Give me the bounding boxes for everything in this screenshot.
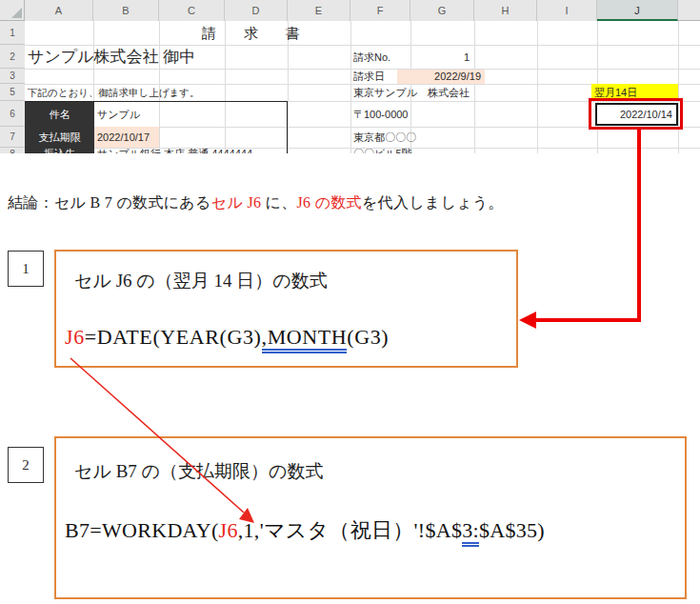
box2-formula: B7=WORKDAY(J6,1,'マスタ（祝日）'!$A$3:$A$35) xyxy=(65,516,545,545)
column-header-j-selected[interactable]: J xyxy=(597,0,678,21)
cell-a6-label[interactable]: 件名 xyxy=(25,102,94,127)
column-header-g[interactable]: G xyxy=(410,0,474,21)
cell-f5-sender[interactable]: 東京サンプル 株式会社 xyxy=(353,85,470,101)
row-header-2[interactable]: 2 xyxy=(0,45,25,69)
step-2-badge: 2 xyxy=(8,447,44,483)
box1-formula: J6=DATE(YEAR(G3),MONTH(G3) xyxy=(65,325,389,350)
cell-b8-bank[interactable]: サンプル銀行 本店 普通 4444444 xyxy=(97,148,252,153)
conclusion-text: 結論：セル B 7 の数式にあるセル J6 に、J6 の数式を代入しましょう。 xyxy=(8,193,504,213)
cell-a5-greeting[interactable]: 下記のとおり、御請求申し上げます。 xyxy=(28,85,199,101)
select-all-triangle-icon xyxy=(11,8,22,18)
arrow-j6-to-box1-line xyxy=(535,130,639,320)
box2-formula-part2: ,1,'マスタ（祝日）'!$A$ xyxy=(238,518,463,542)
gridline xyxy=(474,21,475,153)
conclusion-seg5: を代入しましょう。 xyxy=(362,194,504,211)
conclusion-seg1: 結論：セル B 7 の数式にある xyxy=(8,194,211,211)
step-1-box: セル J6 の（翌月 14 日）の数式 J6=DATE(YEAR(G3),MON… xyxy=(54,250,518,368)
box1-title: セル J6 の（翌月 14 日）の数式 xyxy=(74,269,328,293)
cell-a7-label[interactable]: 支払期限 xyxy=(25,127,94,148)
row-header-7[interactable]: 7 xyxy=(0,127,25,148)
gridline xyxy=(537,21,538,153)
cell-a2-company[interactable]: サンプル株式会社 御中 xyxy=(28,45,195,69)
cell-f2-label[interactable]: 請求No. xyxy=(353,47,390,68)
step-1-badge: 1 xyxy=(8,251,44,287)
select-all-corner[interactable] xyxy=(0,0,25,21)
column-header-f[interactable]: F xyxy=(350,0,410,21)
conclusion-seg2-red: セル J6 xyxy=(211,194,261,211)
column-header-a[interactable]: A xyxy=(25,0,93,21)
column-header-b[interactable]: B xyxy=(93,0,159,21)
gridline xyxy=(350,21,351,153)
cell-g3-invoice-date[interactable]: 2022/9/19 xyxy=(397,70,485,84)
column-header-i[interactable]: I xyxy=(537,0,597,21)
cell-f6-postal[interactable]: 〒100-0000 xyxy=(353,102,409,127)
cell-a8-label[interactable]: 振込先 xyxy=(25,148,94,153)
box2-title: セル B7 の（支払期限）の数式 xyxy=(74,459,323,484)
excel-tutorial-screenshot: A B C D E F G H I J 1 2 3 5 6 7 8 xyxy=(0,0,700,604)
box1-formula-underlined: ,MONTH xyxy=(262,325,348,353)
column-header-e[interactable]: E xyxy=(288,0,350,21)
conclusion-seg4-red: J6 の数式 xyxy=(297,194,362,211)
cell-invoice-title[interactable]: 請 求 書 xyxy=(159,21,350,45)
gridline xyxy=(678,21,679,153)
box1-formula-part1: =DATE(YEAR(G3) xyxy=(85,325,262,349)
cell-f3-label[interactable]: 請求日 xyxy=(353,70,385,84)
cell-f7-address[interactable]: 東京都〇〇〇 xyxy=(353,127,416,148)
column-header-d[interactable]: D xyxy=(225,0,288,21)
column-header-h[interactable]: H xyxy=(474,0,537,21)
column-header-c[interactable]: C xyxy=(159,0,225,21)
row-header-3[interactable]: 3 xyxy=(0,69,25,84)
box1-formula-j6-red: J6 xyxy=(65,325,85,349)
box2-formula-underlined: 3: xyxy=(462,518,479,547)
cell-b6-subject[interactable]: サンプル xyxy=(97,102,140,127)
row-header-6[interactable]: 6 xyxy=(0,101,25,127)
box2-formula-part3: $A$35) xyxy=(479,518,545,542)
row-header-5[interactable]: 5 xyxy=(0,84,25,101)
box1-formula-part2: (G3) xyxy=(347,325,389,349)
box2-formula-j6-red: J6 xyxy=(219,518,238,542)
cell-g2-invoice-no[interactable]: 1 xyxy=(410,47,470,68)
box2-formula-part1: B7=WORKDAY( xyxy=(65,518,219,542)
row-header-1[interactable]: 1 xyxy=(0,21,25,45)
arrow-j6-to-box1-head xyxy=(519,312,536,329)
spreadsheet: A B C D E F G H I J 1 2 3 5 6 7 8 xyxy=(0,0,700,153)
row-header-8[interactable]: 8 xyxy=(0,148,25,153)
conclusion-seg3: に、 xyxy=(261,194,296,211)
j6-highlight-red-box xyxy=(589,98,683,130)
cell-f8-building[interactable]: 〇〇ビル5階 xyxy=(353,148,412,153)
step-2-box: セル B7 の（支払期限）の数式 B7=WORKDAY(J6,1,'マスタ（祝日… xyxy=(54,436,687,599)
